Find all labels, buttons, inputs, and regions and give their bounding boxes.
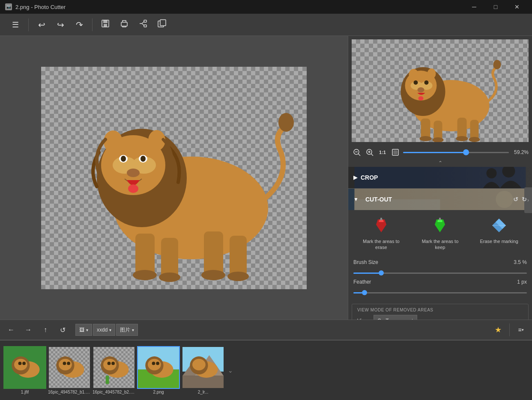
brush-size-row: Brush Size 3.5 % (353, 259, 527, 265)
thumbnail-label-4: 2_lr... (198, 390, 208, 394)
cutout-section: ▼ CUT-OUT ↺ ↻ (348, 189, 532, 320)
path-sub-segment[interactable]: 图片 ▾ (116, 324, 138, 336)
window-controls: ─ □ ✕ (464, 0, 527, 14)
thumb-lion-4 (182, 347, 224, 388)
svg-rect-72 (439, 218, 441, 220)
thumbnail-img-2 (93, 346, 135, 389)
scroll-down-icon: ⌄ (228, 367, 233, 374)
path-folder-segment[interactable]: xxdd ▾ (93, 324, 115, 336)
mark-erase-tool[interactable]: Mark the areas to erase (358, 215, 405, 251)
zoom-slider[interactable] (403, 152, 509, 153)
thumbnail-item-3[interactable]: 2.png (137, 346, 180, 394)
path-icon-segment[interactable]: 🖼 ▾ (75, 324, 92, 336)
cutout-redo-icon[interactable]: ↻ (522, 196, 527, 203)
share-button[interactable] (134, 16, 152, 33)
svg-point-21 (104, 130, 123, 153)
crop-arrow-icon: ▶ (353, 175, 357, 181)
hamburger-icon: ☰ (12, 20, 19, 30)
view-mode-button[interactable]: ≡ ▾ (513, 322, 529, 338)
print-button[interactable] (116, 16, 133, 33)
nav-up-button[interactable]: ↑ (38, 322, 53, 338)
thumbnail-label-1: 16pic_4945782_b1.png (48, 390, 91, 394)
forward-arrow-icon: → (25, 326, 32, 334)
svg-rect-9 (135, 234, 155, 276)
thumbnail-item-0[interactable]: 1.jfif (3, 346, 46, 394)
view-select-wrapper: On Transparent On White On Black On Colo… (374, 315, 523, 320)
brush-size-slider[interactable] (353, 273, 527, 274)
svg-point-14 (159, 273, 180, 282)
svg-point-51 (418, 96, 424, 101)
save-button[interactable] (97, 16, 114, 33)
thumbnail-label-3: 2.png (153, 390, 164, 394)
view-mode-select[interactable]: On Transparent On White On Black On Colo… (374, 315, 417, 320)
path-bar: 🖼 ▾ xxdd ▾ 图片 ▾ (75, 324, 485, 336)
feather-slider[interactable] (353, 292, 527, 293)
cutout-undo-icon[interactable]: ↺ (513, 196, 518, 203)
preview-image (352, 39, 529, 142)
svg-point-91 (108, 362, 111, 365)
svg-point-17 (278, 113, 294, 132)
zoom-value: 59.2% (511, 149, 529, 155)
copy-button[interactable] (153, 16, 170, 33)
maximize-button[interactable]: □ (486, 0, 505, 14)
minimize-button[interactable]: ─ (464, 0, 484, 14)
close-button[interactable]: ✕ (507, 0, 527, 14)
cutout-section-header[interactable]: ▼ CUT-OUT ↺ ↻ (348, 189, 532, 210)
undo-button[interactable]: ↩ (33, 16, 50, 33)
mark-erase-icon (371, 215, 392, 236)
svg-rect-5 (144, 25, 146, 27)
thumbnail-item-1[interactable]: 16pic_4945782_b1.png (48, 346, 91, 394)
erase-marking-tool[interactable]: Erase the marking (475, 215, 523, 251)
svg-point-62 (487, 168, 497, 178)
thumb-lion-1 (49, 347, 90, 388)
mark-erase-label: Mark the areas to erase (358, 238, 405, 251)
svg-point-81 (22, 362, 26, 365)
zoom-1to1-button[interactable]: 1:1 (377, 147, 388, 157)
svg-point-39 (469, 137, 480, 142)
thumbnail-item-4[interactable]: 2_lr... (182, 346, 224, 394)
crop-section-header[interactable]: ▶ CROP (348, 167, 532, 188)
eraser-icon (490, 216, 508, 235)
preview-lion (352, 39, 529, 142)
cutout-title: ▼ CUT-OUT ↺ ↻ (353, 196, 527, 203)
window-title: 2.png - Photo Cutter (15, 4, 464, 10)
mark-keep-tool[interactable]: Mark the areas to keep (416, 215, 463, 251)
star-icon: ★ (495, 325, 502, 335)
zoom-out-button[interactable] (352, 147, 362, 157)
svg-point-50 (418, 87, 424, 92)
erase-marking-label: Erase the marking (480, 238, 518, 244)
nav-forward-button[interactable]: → (21, 322, 36, 338)
nav-back-button[interactable]: ← (3, 322, 19, 338)
svg-point-92 (111, 362, 115, 365)
svg-point-16 (227, 272, 249, 281)
nav-refresh-button[interactable]: ↺ (55, 322, 70, 338)
cutout-tools: Mark the areas to erase Mark the areas t… (348, 210, 532, 256)
svg-point-26 (121, 156, 126, 162)
share-icon (138, 19, 148, 30)
redo-button[interactable]: ↷ (71, 16, 88, 33)
svg-rect-103 (182, 376, 224, 388)
view-dropdown-arrow: ▾ (522, 328, 524, 332)
menu-button[interactable]: ☰ (7, 16, 24, 33)
svg-point-30 (128, 184, 138, 193)
crop-label: CROP (361, 174, 378, 181)
chevron-up-icon: ⌃ (438, 160, 442, 166)
canvas-area[interactable] (0, 36, 348, 320)
view-mode-label: VIEW MODE OF REMOVED AREAS (357, 308, 523, 312)
svg-point-86 (67, 362, 70, 365)
favorite-button[interactable]: ★ (490, 322, 506, 338)
titlebar: 📷 2.png - Photo Cutter ─ □ ✕ (0, 0, 532, 14)
thumbnail-img-0 (3, 346, 46, 389)
zoom-controls: 1:1 59.2% (348, 145, 532, 159)
thumbnail-item-2[interactable]: 16pic_4945782_b2.png (93, 346, 135, 394)
chevron-right-icon: › (527, 197, 529, 203)
undo2-button[interactable]: ↪ (52, 16, 69, 33)
collapse-button[interactable]: ⌃ (348, 159, 532, 167)
svg-point-13 (133, 270, 157, 280)
svg-rect-2 (104, 24, 107, 27)
zoom-fit-button[interactable] (390, 147, 400, 157)
zoom-in-button[interactable] (365, 147, 375, 157)
back-arrow-icon: ← (8, 326, 15, 334)
thumbnail-label-0: 1.jfif (21, 390, 29, 394)
thumb-lion-0 (4, 347, 45, 388)
